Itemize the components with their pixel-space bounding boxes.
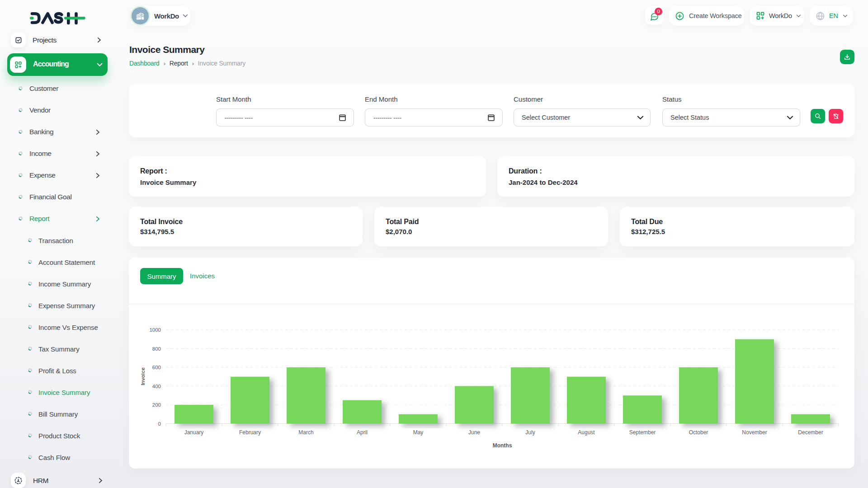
svg-text:October: October	[689, 429, 708, 436]
svg-text:June: June	[468, 429, 480, 436]
svg-text:January: January	[184, 429, 204, 436]
svg-text:1000: 1000	[149, 327, 161, 333]
svg-text:May: May	[413, 429, 424, 436]
svg-text:Months: Months	[493, 442, 512, 449]
svg-text:September: September	[629, 429, 656, 436]
svg-text:April: April	[357, 429, 368, 436]
svg-text:Invoice: Invoice	[140, 367, 146, 385]
svg-text:200: 200	[152, 402, 161, 408]
svg-text:November: November	[742, 429, 767, 436]
svg-text:0: 0	[158, 421, 161, 427]
svg-text:800: 800	[152, 346, 161, 352]
svg-text:February: February	[239, 429, 261, 436]
svg-text:March: March	[298, 429, 313, 436]
svg-text:December: December	[798, 429, 823, 436]
svg-text:July: July	[525, 429, 535, 436]
svg-text:400: 400	[152, 384, 161, 389]
svg-text:August: August	[578, 429, 595, 436]
svg-text:600: 600	[152, 365, 161, 370]
